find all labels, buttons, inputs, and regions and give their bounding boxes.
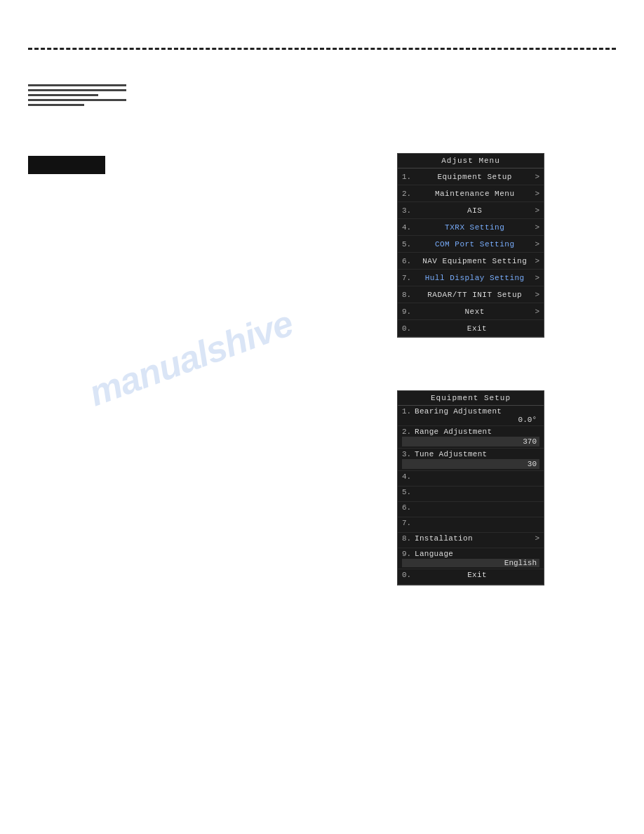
adjust-menu-item-4-arrow: > bbox=[535, 223, 539, 232]
watermark-text: manualshive bbox=[83, 302, 298, 414]
setup-item-3-label: Tune Adjustment bbox=[415, 450, 539, 458]
adjust-menu-item-5-num: 5. bbox=[402, 240, 415, 249]
setup-item-8[interactable]: 8. Installation > bbox=[398, 533, 544, 548]
adjust-menu-item-7-label: Hull Display Setting bbox=[415, 274, 535, 282]
setup-item-0[interactable]: 0. Exit bbox=[398, 569, 544, 585]
setup-item-1-label: Bearing Adjustment bbox=[415, 407, 539, 416]
logo-line-2 bbox=[28, 89, 126, 91]
adjust-menu-item-8-label: RADAR/TT INIT Setup bbox=[415, 291, 535, 299]
adjust-menu-item-8[interactable]: 8. RADAR/TT INIT Setup > bbox=[398, 286, 544, 303]
logo-lines bbox=[28, 84, 126, 106]
setup-item-9-label: Language bbox=[415, 550, 539, 558]
adjust-menu-item-9-num: 9. bbox=[402, 307, 415, 316]
adjust-menu-item-2-num: 2. bbox=[402, 190, 415, 198]
setup-item-6: 6. bbox=[398, 502, 544, 517]
setup-item-5-num: 5. bbox=[402, 488, 415, 496]
adjust-menu-item-4[interactable]: 4. TXRX Setting > bbox=[398, 219, 544, 236]
setup-item-1-value: 0.0° bbox=[402, 416, 539, 424]
setup-item-2-bar: 370 bbox=[402, 437, 539, 446]
setup-item-6-num: 6. bbox=[402, 503, 415, 512]
setup-item-5: 5. bbox=[398, 486, 544, 502]
adjust-menu-item-0[interactable]: 0. Exit bbox=[398, 320, 544, 337]
setup-item-9[interactable]: 9. Language English bbox=[398, 548, 544, 569]
adjust-menu-item-5[interactable]: 5. COM Port Setting > bbox=[398, 236, 544, 253]
setup-item-9-value: English bbox=[402, 559, 539, 567]
setup-item-8-label: Installation bbox=[415, 534, 535, 543]
adjust-menu-item-3-num: 3. bbox=[402, 206, 415, 215]
adjust-menu-item-4-num: 4. bbox=[402, 223, 415, 232]
setup-item-3[interactable]: 3. Tune Adjustment 30 bbox=[398, 449, 544, 471]
adjust-menu-item-7-arrow: > bbox=[535, 274, 539, 282]
setup-item-9-num: 9. bbox=[402, 550, 415, 558]
black-label-rect bbox=[28, 156, 105, 174]
equipment-setup-panel: Equipment Setup 1. Bearing Adjustment 0.… bbox=[397, 390, 544, 585]
adjust-menu-item-7[interactable]: 7. Hull Display Setting > bbox=[398, 270, 544, 286]
setup-item-3-value: 30 bbox=[528, 460, 537, 468]
adjust-menu-item-9[interactable]: 9. Next > bbox=[398, 303, 544, 320]
setup-item-3-num: 3. bbox=[402, 450, 415, 458]
setup-item-2-num: 2. bbox=[402, 428, 415, 436]
adjust-menu-item-8-num: 8. bbox=[402, 291, 415, 299]
setup-item-0-label: Exit bbox=[415, 571, 539, 579]
adjust-menu-item-6-arrow: > bbox=[535, 257, 539, 265]
adjust-menu-item-1[interactable]: 1. Equipment Setup > bbox=[398, 168, 544, 185]
setup-item-7-num: 7. bbox=[402, 519, 415, 527]
dashed-divider bbox=[28, 48, 616, 50]
adjust-menu-item-1-num: 1. bbox=[402, 173, 415, 181]
logo-line-4 bbox=[28, 99, 126, 101]
adjust-menu-item-6[interactable]: 6. NAV Equipment Setting > bbox=[398, 253, 544, 270]
adjust-menu-item-3[interactable]: 3. AIS > bbox=[398, 202, 544, 219]
adjust-menu-item-0-num: 0. bbox=[402, 324, 415, 333]
setup-item-3-bar: 30 bbox=[402, 459, 539, 469]
adjust-menu-item-9-arrow: > bbox=[535, 307, 539, 316]
adjust-menu-title: Adjust Menu bbox=[398, 154, 544, 168]
adjust-menu-item-2-label: Maintenance Menu bbox=[415, 190, 535, 198]
adjust-menu-item-9-label: Next bbox=[415, 307, 535, 316]
setup-item-2[interactable]: 2. Range Adjustment 370 bbox=[398, 426, 544, 449]
adjust-menu-item-5-label: COM Port Setting bbox=[415, 240, 535, 249]
adjust-menu-item-8-arrow: > bbox=[535, 291, 539, 299]
setup-item-4: 4. bbox=[398, 471, 544, 486]
setup-item-1-num: 1. bbox=[402, 407, 415, 416]
logo-line-5 bbox=[28, 104, 84, 106]
setup-item-0-num: 0. bbox=[402, 571, 415, 579]
setup-item-8-arrow: > bbox=[535, 534, 539, 543]
adjust-menu-item-0-label: Exit bbox=[415, 324, 539, 333]
adjust-menu-item-6-num: 6. bbox=[402, 257, 415, 265]
adjust-menu-item-3-label: AIS bbox=[415, 206, 535, 215]
setup-item-4-num: 4. bbox=[402, 472, 415, 481]
adjust-menu-item-5-arrow: > bbox=[535, 240, 539, 249]
adjust-menu-item-2-arrow: > bbox=[535, 190, 539, 198]
setup-item-7: 7. bbox=[398, 517, 544, 533]
adjust-menu-item-7-num: 7. bbox=[402, 274, 415, 282]
setup-item-1[interactable]: 1. Bearing Adjustment 0.0° bbox=[398, 406, 544, 426]
adjust-menu-item-6-label: NAV Equipment Setting bbox=[415, 257, 535, 265]
adjust-menu-item-2[interactable]: 2. Maintenance Menu > bbox=[398, 185, 544, 202]
adjust-menu-item-1-arrow: > bbox=[535, 173, 539, 181]
equipment-setup-title: Equipment Setup bbox=[398, 391, 544, 406]
adjust-menu-item-4-label: TXRX Setting bbox=[415, 223, 535, 232]
adjust-menu-item-3-arrow: > bbox=[535, 206, 539, 215]
setup-item-8-num: 8. bbox=[402, 534, 415, 543]
adjust-menu-item-1-label: Equipment Setup bbox=[415, 173, 535, 181]
logo-line-3 bbox=[28, 94, 98, 96]
adjust-menu-panel: Adjust Menu 1. Equipment Setup > 2. Main… bbox=[397, 153, 544, 338]
setup-item-2-label: Range Adjustment bbox=[415, 428, 539, 436]
setup-item-2-value: 370 bbox=[523, 437, 537, 446]
logo-line-1 bbox=[28, 84, 126, 86]
